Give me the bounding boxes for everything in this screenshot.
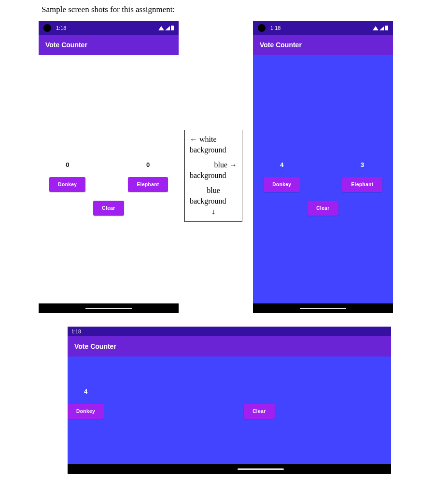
nav-bar <box>39 303 179 313</box>
clear-row: Clear <box>308 201 338 216</box>
status-bar: 1:18 <box>39 21 179 35</box>
status-time: 1:18 <box>56 25 66 31</box>
counter-zone: 4 Donkey Clear 3 Elephant <box>68 388 391 419</box>
clear-button[interactable]: Clear <box>244 404 275 419</box>
screen-body: 0 Donkey 0 Elephant Clear <box>39 55 179 303</box>
annotation-blue-down-line2: background <box>190 197 226 205</box>
counter-zone: 0 Donkey 0 Elephant <box>49 161 168 192</box>
annotation-white-line2: background <box>190 146 226 154</box>
elephant-column: 3 Elephant <box>342 161 382 192</box>
status-bar: 1:18 <box>253 21 393 35</box>
donkey-column: 4 Donkey <box>264 161 300 192</box>
app-title: Vote Counter <box>45 41 87 49</box>
app-bar: Vote Counter <box>68 336 391 357</box>
wifi-icon <box>373 26 378 30</box>
annotation-blue-down: blue background ↓ <box>190 185 237 217</box>
elephant-count: 3 <box>361 161 364 168</box>
annotation-box: ← white background blue → background blu… <box>184 130 242 222</box>
camera-hole-icon <box>258 24 266 32</box>
clear-row: Clear <box>93 201 124 216</box>
signal-icon <box>379 26 384 30</box>
camera-hole-icon <box>43 24 51 32</box>
home-indicator-icon[interactable] <box>300 308 346 309</box>
annotation-blue-right-line2: background <box>190 171 226 179</box>
annotation-white: ← white background <box>190 134 237 155</box>
donkey-column: 0 Donkey <box>49 161 85 192</box>
donkey-button[interactable]: Donkey <box>49 177 85 192</box>
app-title: Vote Counter <box>74 343 116 350</box>
home-indicator-icon[interactable] <box>85 308 132 309</box>
status-time: 1:18 <box>270 25 280 31</box>
clear-button[interactable]: Clear <box>93 201 124 216</box>
donkey-count: 4 <box>280 161 283 168</box>
battery-icon <box>171 26 174 30</box>
elephant-button[interactable]: Elephant <box>128 177 168 192</box>
screen-body: 4 Donkey Clear 3 Elephant <box>68 357 391 464</box>
donkey-button[interactable]: Donkey <box>264 177 300 192</box>
phone-blue-portrait: 1:18 Vote Counter 4 Donkey 3 Elephant <box>253 21 393 313</box>
status-bar: 1:18 <box>68 327 391 336</box>
nav-bar <box>253 303 393 313</box>
home-indicator-icon[interactable] <box>238 468 284 470</box>
elephant-count: 0 <box>146 161 150 168</box>
donkey-column: 4 Donkey <box>68 388 104 419</box>
signal-icon <box>165 26 170 30</box>
clear-column: Clear <box>244 404 275 419</box>
app-bar: Vote Counter <box>39 35 179 55</box>
donkey-count: 0 <box>66 161 69 168</box>
app-title: Vote Counter <box>260 41 302 49</box>
phone-blue-landscape: 1:18 Vote Counter 4 Donkey Clear <box>68 327 391 474</box>
nav-bar <box>68 464 391 474</box>
donkey-count: 4 <box>84 388 87 395</box>
elephant-column: 0 Elephant <box>128 161 168 192</box>
status-right-icons <box>373 26 388 30</box>
screen-body: 4 Donkey 3 Elephant Clear <box>253 55 393 303</box>
app-bar: Vote Counter <box>253 35 393 55</box>
donkey-button[interactable]: Donkey <box>68 404 104 419</box>
annotation-blue-right: blue → background <box>190 160 237 180</box>
top-row: 1:18 Vote Counter 0 Donkey 0 Elephant <box>39 21 443 313</box>
annotation-white-line1: ← white <box>190 135 217 143</box>
annotation-blue-down-line1: blue <box>190 185 237 196</box>
status-time: 1:18 <box>71 329 81 334</box>
annotation-blue-down-arrow: ↓ <box>190 206 237 217</box>
battery-icon <box>385 26 388 30</box>
doc-heading: Sample screen shots for this assignment: <box>42 5 443 14</box>
elephant-button[interactable]: Elephant <box>342 177 382 192</box>
counter-zone: 4 Donkey 3 Elephant <box>264 161 382 192</box>
status-right-icons <box>158 26 174 30</box>
wifi-icon <box>158 26 164 30</box>
clear-button[interactable]: Clear <box>308 201 338 216</box>
phone-white-portrait: 1:18 Vote Counter 0 Donkey 0 Elephant <box>39 21 179 313</box>
annotation-blue-right-line1: blue → <box>190 160 237 170</box>
